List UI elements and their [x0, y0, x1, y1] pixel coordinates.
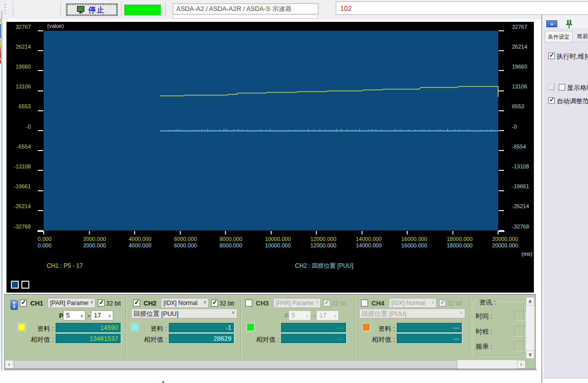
chevron-down-icon: ∨	[108, 312, 111, 320]
status-code-field[interactable]: 102	[336, 1, 588, 15]
stop-button[interactable]: 停止	[66, 3, 118, 16]
settings-side-panel: » 条件设定简易设定 ✓执行时,维持显示格线✓自动调整范围	[543, 15, 588, 379]
ch4-monitor-item-dropdown: 回授位置 [PUU]∨	[359, 308, 465, 318]
ch1-data-label: 资料 :	[29, 324, 54, 333]
vertical-scrollbar[interactable]	[526, 297, 534, 359]
grid-color-button[interactable]	[548, 83, 555, 90]
scroll-left-button[interactable]: ‹	[5, 360, 13, 369]
stop-button-label: 停止	[88, 5, 105, 15]
side-tab-0[interactable]: 条件设定	[545, 31, 573, 42]
scroll-right-button[interactable]: ›	[517, 360, 525, 369]
panel-divider[interactable]	[541, 15, 542, 383]
ch3-color-swatch[interactable]	[247, 323, 254, 331]
chevron-down-icon: ∨	[231, 310, 235, 315]
ch2-source-type-value: [IDX] Normal	[163, 299, 202, 307]
side-tab-1[interactable]: 简易设定	[575, 31, 588, 42]
ch4-32bit-label: 32 bit	[447, 300, 462, 307]
monitor-icon	[76, 5, 85, 14]
chevron-down-icon: ∨	[459, 310, 463, 315]
channel-separator	[240, 297, 241, 358]
page-selector-1[interactable]	[11, 281, 19, 289]
legend-ch1: CH1 : P5 - 17	[47, 262, 83, 269]
expand-panel-button[interactable]: »	[546, 20, 557, 27]
trace-ch1	[160, 86, 498, 97]
checkmark-icon: ✓	[549, 52, 554, 59]
ch1-color-swatch[interactable]	[18, 323, 25, 331]
checkmark-icon: ✓	[134, 299, 140, 306]
horizontal-scroll-thumb[interactable]	[14, 360, 457, 369]
ch3-relative-value: ---	[281, 334, 346, 343]
side-check-label-2: 自动调整范围	[557, 97, 588, 106]
info-frequency-field	[514, 341, 525, 351]
ch1-data-value: 14590	[56, 323, 121, 332]
waveform-traces	[6, 22, 534, 293]
screen-edge-line	[1, 11, 2, 371]
ch2-enable-checkbox[interactable]: ✓	[133, 300, 140, 306]
chevron-down-icon: ∨	[333, 312, 337, 320]
ch3-name-label: CH3	[256, 300, 269, 307]
ch1-param-group-combo[interactable]: 5∨	[63, 310, 85, 320]
ch1-source-type-dropdown[interactable]: [PAR] Parameter∨	[48, 298, 95, 308]
side-checkbox-2[interactable]: ✓	[548, 97, 555, 104]
ch1-relative-label: 相对值 :	[24, 335, 54, 344]
page-selector-2[interactable]	[21, 281, 29, 289]
info-frequency-label: 频率 :	[476, 342, 492, 351]
ch4-color-swatch[interactable]	[363, 323, 370, 331]
side-checkbox-0[interactable]: ✓	[548, 53, 555, 59]
ch1-32bit-label: 32 bit	[106, 300, 121, 307]
status-code-value: 102	[340, 4, 352, 12]
chevron-down-icon: ∨	[305, 312, 309, 320]
scroll-down-button[interactable]: ∨	[526, 350, 534, 359]
ch2-source-type-dropdown[interactable]: [IDX] Normal∨	[161, 298, 209, 308]
side-panel-body: ✓执行时,维持显示格线✓自动调整范围	[543, 42, 588, 379]
ch2-color-swatch[interactable]	[131, 323, 139, 331]
ch2-monitor-item-value: 回授位置 [PUU]	[134, 309, 230, 318]
ch3-data-value: ---	[281, 323, 346, 332]
collapse-panel-button[interactable]: ∨∨	[10, 300, 18, 310]
checkmark-icon: ✓	[440, 299, 445, 306]
ch1-param-number-combo[interactable]: 17∨	[91, 310, 113, 320]
ch2-relative-label: 相对值 :	[137, 335, 167, 344]
checkmark-icon: ✓	[21, 299, 26, 306]
chevron-down-icon: ∨	[90, 300, 93, 305]
checkmark-icon: ✓	[212, 299, 218, 306]
toolbar-separator	[165, 2, 166, 16]
legend-ch2: CH2 : 回授位置 [PUU]	[295, 262, 353, 270]
ch2-32bit-label: 32 bit	[220, 300, 234, 307]
device-field-lower-edge	[173, 15, 318, 19]
ch1-enable-checkbox[interactable]: ✓	[20, 300, 27, 306]
device-title-field[interactable]: ASDA-A2 / ASDA-A2R / ASDA-S 示波器	[173, 3, 318, 14]
toolbar-grip[interactable]	[4, 3, 6, 15]
ch4-source-type-value: [IDX] Normal	[391, 299, 430, 307]
info-time-field	[514, 310, 525, 320]
side-panel-tabs: 条件设定简易设定	[543, 29, 588, 42]
chevron-down-icon: ∨	[431, 300, 435, 305]
chevron-down-icon: ∨	[315, 300, 319, 305]
x-axis-unit-label: (ms)	[521, 251, 532, 257]
ch3-p-dash: -	[313, 312, 315, 319]
toolbar-separator	[121, 2, 122, 16]
side-check-label-1: 显示格线	[567, 83, 588, 92]
checkmark-icon: ✓	[324, 299, 330, 306]
channel-settings-panel: ∨∨ ✓CH1[PAR] Parameter∨✓32 bitP5∨-17∨资料 …	[4, 294, 536, 369]
side-checkbox-1[interactable]	[559, 84, 565, 90]
ch4-relative-value: ---	[397, 334, 462, 343]
ch1-32bit-checkbox[interactable]: ✓	[98, 300, 105, 306]
ch3-param-group-combo: 5∨	[289, 310, 311, 320]
ch2-32bit-checkbox[interactable]: ✓	[211, 300, 218, 306]
info-time-label: 时间 :	[476, 312, 492, 321]
scroll-up-button[interactable]: ∧	[526, 297, 534, 306]
ch3-enable-checkbox[interactable]	[245, 300, 252, 306]
ch4-enable-checkbox[interactable]	[361, 300, 368, 306]
info-title: 资讯 :	[478, 298, 497, 307]
ch2-name-label: CH2	[144, 300, 156, 307]
ch2-monitor-item-dropdown[interactable]: 回授位置 [PUU]∨	[131, 308, 237, 318]
pin-icon[interactable]	[565, 19, 573, 29]
ch4-monitor-item-value: 回授位置 [PUU]	[362, 309, 458, 318]
ch3-32bit-checkbox: ✓	[323, 300, 330, 306]
ch3-32bit-label: 32 bit	[332, 300, 346, 307]
channel-separator	[355, 297, 355, 358]
side-check-label-0: 执行时,维持	[557, 52, 588, 61]
ch2-data-value: -1	[169, 323, 234, 332]
ch4-relative-label: 相对值 :	[365, 335, 395, 344]
